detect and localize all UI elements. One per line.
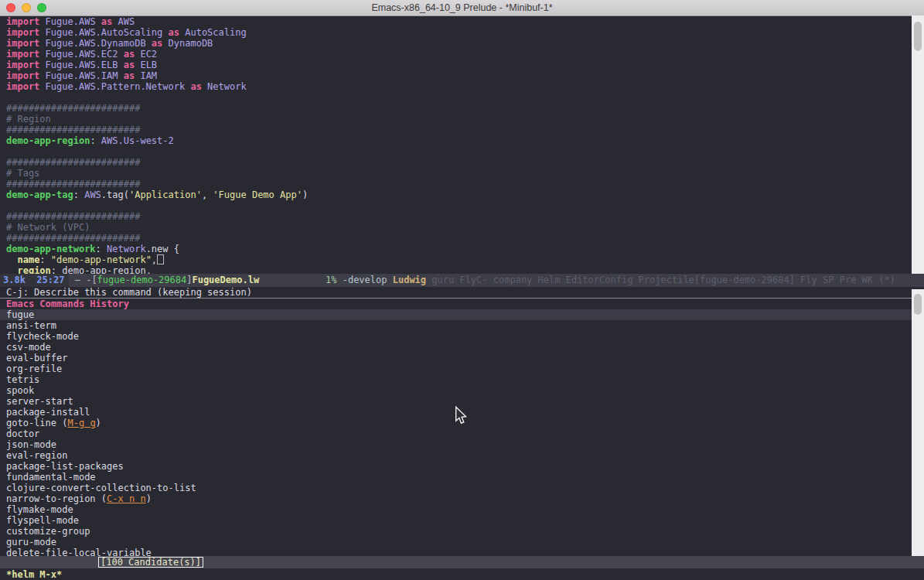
code-line: demo-app-tag: AWS.tag('Application', 'Fu… <box>0 189 912 200</box>
helm-candidate[interactable]: narrow-to-region (C-x n n) <box>0 493 912 504</box>
helm-candidate[interactable]: csv-mode <box>0 342 912 353</box>
helm-header-line: C-j: Describe this command (keeping sess… <box>0 287 912 299</box>
candidate-label: fugue <box>6 309 34 320</box>
helm-candidate[interactable]: customize-group <box>0 526 912 537</box>
helm-candidate[interactable]: fugue <box>0 309 912 320</box>
helm-candidate-count: [100 Candidate(s)] <box>98 557 203 568</box>
code-line: ######################## <box>0 157 912 168</box>
code-line: import Fugue.AWS.AutoScaling as AutoScal… <box>0 27 912 38</box>
candidate-label: tetris <box>6 374 39 385</box>
candidate-label: ansi-term <box>6 320 56 331</box>
emacs-frame: Emacs-x86_64-10_9 Prelude - *Minibuf-1* … <box>0 0 924 580</box>
modeline-code-buffer: 3.8k 25:27 — -[fugue-demo-29684]FugueDem… <box>0 274 924 287</box>
helm-candidate[interactable]: doctor <box>0 428 912 439</box>
helm-candidate[interactable]: eval-region <box>0 450 912 461</box>
code-line: # Tags <box>0 168 912 179</box>
titlebar: Emacs-x86_64-10_9 Prelude - *Minibuf-1* <box>0 0 924 16</box>
window-title: Emacs-x86_64-10_9 Prelude - *Minibuf-1* <box>0 2 924 13</box>
candidate-label: guru-mode <box>6 537 56 548</box>
code-line: region: demo-app-region, <box>0 265 912 274</box>
minibuffer[interactable]: M-x <box>0 568 924 580</box>
helm-candidate[interactable]: guru-mode <box>0 537 912 548</box>
helm-candidate[interactable]: org-refile <box>0 363 912 374</box>
project-name: fugue-demo-29684 <box>97 275 187 285</box>
code-line: # Region <box>0 114 912 125</box>
code-line: demo-app-network: Network.new { <box>0 244 912 254</box>
candidate-label: fundamental-mode <box>6 472 96 483</box>
code-line <box>0 146 912 157</box>
code-line: demo-app-region: AWS.Us-west-2 <box>0 135 912 146</box>
code-line: import Fugue.AWS as AWS <box>0 16 912 27</box>
code-line <box>0 200 912 211</box>
buffer-name: FugueDemo.lw <box>192 275 259 285</box>
line-column: 25:27 <box>36 275 64 285</box>
candidate-label: spook <box>6 385 34 396</box>
code-line: ######################## <box>0 125 912 135</box>
helm-candidate[interactable]: delete-file-local-variable <box>0 548 912 556</box>
modeline-helm: *helm M-x* L1 [100 Candidate(s)] C/M-RET… <box>0 556 924 568</box>
helm-candidate[interactable]: tetris <box>0 374 912 385</box>
major-mode: Ludwig <box>393 275 426 285</box>
helm-candidate[interactable]: package-install <box>0 407 912 418</box>
helm-candidate[interactable]: eval-buffer <box>0 353 912 363</box>
modeline-right: 1% -develop Ludwig guru FlyC- company He… <box>326 274 895 287</box>
code-line: ######################## <box>0 179 912 189</box>
modeline-position-segment: 3.8k 25:27 <box>0 274 69 287</box>
code-line: # Network (VPC) <box>0 222 912 233</box>
helm-candidate[interactable]: flymake-mode <box>0 504 912 515</box>
hollow-cursor <box>157 254 164 264</box>
code-line: name: "demo-app-network", <box>0 254 912 265</box>
candidate-label: clojure-convert-collection-to-list <box>6 483 196 493</box>
code-line: import Fugue.AWS.EC2 as EC2 <box>0 49 912 60</box>
helm-candidate[interactable]: goto-line (M-g g) <box>0 418 912 428</box>
helm-candidate-list: fugueansi-termflycheck-modecsv-modeeval-… <box>0 309 912 556</box>
candidate-label: doctor <box>6 428 39 439</box>
helm-candidate[interactable]: spook <box>0 385 912 396</box>
code-line <box>0 92 912 103</box>
candidate-label: org-refile <box>6 363 62 374</box>
modeline-separator: — -[ <box>69 275 97 285</box>
code-line: import Fugue.AWS.DynamoDB as DynamoDB <box>0 38 912 49</box>
helm-candidate[interactable]: ansi-term <box>0 320 912 331</box>
code-line: import Fugue.AWS.Pattern.Network as Netw… <box>0 81 912 92</box>
candidate-label: goto-line <box>6 418 56 428</box>
scrollbar-thumb[interactable] <box>914 294 922 315</box>
candidate-label: package-install <box>6 407 90 418</box>
scrollbar-thumb[interactable] <box>914 22 922 51</box>
candidate-label: flycheck-mode <box>6 331 79 342</box>
scrollbar-helm[interactable] <box>912 289 924 556</box>
minor-modes: guru FlyC- company Helm EditorConfig Pro… <box>426 275 895 285</box>
code-line: ######################## <box>0 103 912 114</box>
candidate-label: narrow-to-region <box>6 493 96 504</box>
helm-window: C-j: Describe this command (keeping sess… <box>0 287 912 556</box>
candidate-label: server-start <box>6 396 73 407</box>
candidate-label: package-list-packages <box>6 461 124 472</box>
candidate-label: csv-mode <box>6 342 51 353</box>
code-line: ######################## <box>0 211 912 222</box>
helm-candidate[interactable]: fundamental-mode <box>0 472 912 483</box>
code-line: import Fugue.AWS.IAM as IAM <box>0 70 912 81</box>
candidate-label: eval-buffer <box>6 353 67 363</box>
candidate-label: json-mode <box>6 439 56 450</box>
helm-candidate[interactable]: clojure-convert-collection-to-list <box>0 483 912 493</box>
candidate-label: eval-region <box>6 450 67 461</box>
candidate-keybinding: C-x n n <box>107 493 146 504</box>
code-line: import Fugue.AWS.ELB as ELB <box>0 60 912 70</box>
candidate-label: flymake-mode <box>6 504 73 515</box>
buffer-size: 3.8k <box>3 275 26 285</box>
candidate-keybinding: M-g g <box>67 418 95 428</box>
scroll-percent: 1% <box>326 275 336 285</box>
code-buffer[interactable]: import Fugue.AWS as AWSimport Fugue.AWS.… <box>0 15 912 274</box>
vc-branch: -develop <box>336 275 392 285</box>
scrollbar-code[interactable] <box>912 15 924 274</box>
helm-candidate[interactable]: package-list-packages <box>0 461 912 472</box>
helm-candidate[interactable]: json-mode <box>0 439 912 450</box>
helm-candidate[interactable]: flycheck-mode <box>0 331 912 342</box>
helm-source-title: Emacs Commands History <box>0 299 912 309</box>
helm-candidate[interactable]: server-start <box>0 396 912 407</box>
code-line: ######################## <box>0 233 912 244</box>
helm-candidate[interactable]: flyspell-mode <box>0 515 912 526</box>
candidate-label: delete-file-local-variable <box>6 548 152 556</box>
candidate-label: customize-group <box>6 526 90 537</box>
candidate-label: flyspell-mode <box>6 515 79 526</box>
